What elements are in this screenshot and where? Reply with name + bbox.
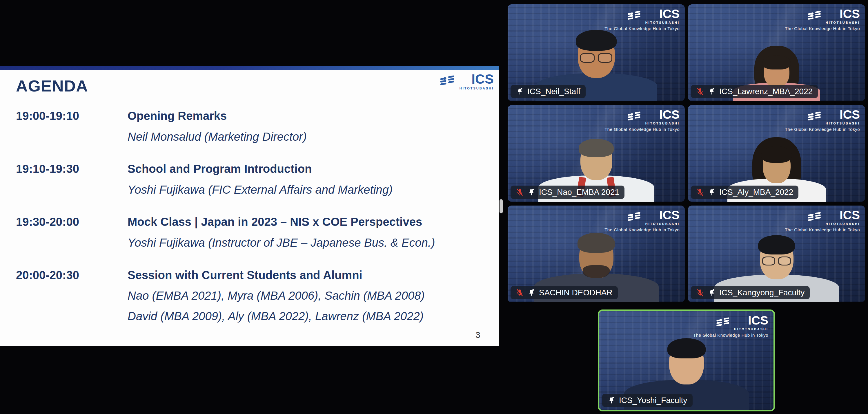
screen-share-slide: AGENDA ICS HITOTSUBASHI 19:00-19:10 Open…: [0, 70, 499, 346]
ics-logo-org: HITOTSUBASHI: [826, 21, 860, 24]
agenda-item-3-title: Mock Class | Japan in 2023 – NIS x COE P…: [128, 215, 422, 229]
agenda-item-2-title: School and Program Introduction: [128, 163, 312, 175]
agenda-item-3-time: 19:30-20:00: [16, 215, 79, 229]
ics-logo-mark-icon: [627, 10, 643, 22]
participant-name: ICS_Lawrenz_MBA_2022: [719, 87, 813, 96]
glasses: [762, 256, 791, 266]
agenda-item-4-title: Session with Current Students and Alumni: [128, 269, 362, 282]
agenda-item-1-title: Opening Remarks: [128, 109, 227, 123]
participant-name: ICS_Nao_EMBA 2021: [539, 187, 619, 197]
ics-logo-text: ICS: [748, 314, 768, 326]
participant-name: ICS_Aly_MBA_2022: [719, 187, 793, 197]
ics-logo-mark-icon: [808, 212, 823, 223]
muted-mic-icon: [516, 188, 524, 196]
participant-name: ICS_Yoshi_Faculty: [619, 396, 687, 405]
muted-mic-icon: [696, 188, 704, 196]
ics-logo-text: ICS: [840, 209, 860, 221]
agenda-item-1-time: 19:00-19:10: [16, 109, 79, 123]
pin-icon: [527, 289, 535, 297]
ics-logo-tile: ICSHITOTSUBASHI The Global Knowledge Hub…: [604, 209, 680, 232]
ics-logo-text: ICS: [840, 109, 860, 121]
video-tile-nao[interactable]: ICSHITOTSUBASHI The Global Knowledge Hub…: [508, 105, 685, 202]
muted-mic-icon: [516, 289, 524, 297]
participant-name: ICS_Neil_Staff: [527, 87, 580, 96]
ics-logo-mark-icon: [440, 75, 457, 88]
ics-logo-mark-icon: [808, 10, 823, 22]
ics-logo-org: HITOTSUBASHI: [645, 222, 680, 226]
agenda-item-2-time: 19:10-19:30: [16, 163, 79, 175]
participant-name-label: ICS_Lawrenz_MBA_2022: [691, 85, 818, 98]
video-tile-aly[interactable]: ICSHITOTSUBASHI The Global Knowledge Hub…: [688, 105, 865, 202]
participant-name-label: SACHIN DEODHAR: [510, 286, 618, 299]
video-tile-kangyong[interactable]: ICSHITOTSUBASHI The Global Knowledge Hub…: [688, 206, 865, 302]
participant-name: ICS_Kangyong_Faculty: [719, 288, 805, 297]
ics-logo-org: HITOTSUBASHI: [826, 122, 860, 125]
video-tile-sachin[interactable]: ICSHITOTSUBASHI The Global Knowledge Hub…: [508, 206, 685, 302]
ics-logo-tagline: The Global Knowledge Hub in Tokyo: [785, 227, 860, 232]
beard: [583, 265, 610, 278]
participant-name-label: ICS_Aly_MBA_2022: [691, 185, 799, 199]
video-tile-neil[interactable]: ICSHITOTSUBASHI The Global Knowledge Hub…: [508, 4, 685, 101]
participant-name-label: ICS_Kangyong_Faculty: [691, 286, 810, 299]
ics-logo-tagline: The Global Knowledge Hub in Tokyo: [604, 227, 680, 232]
ics-logo-text: ICS: [659, 209, 680, 221]
glasses: [580, 53, 612, 63]
agenda-item-2-speaker: Yoshi Fujikawa (FIC External Affairs and…: [128, 183, 393, 196]
agenda-item-3-speaker: Yoshi Fujikawa (Instructor of JBE – Japa…: [128, 236, 435, 249]
video-tile-lawrenz[interactable]: ICSHITOTSUBASHI The Global Knowledge Hub…: [688, 4, 865, 101]
ics-logo-tile: ICSHITOTSUBASHI The Global Knowledge Hub…: [785, 8, 860, 31]
ics-logo-text: ICS: [659, 8, 680, 20]
ics-logo-tagline: The Global Knowledge Hub in Tokyo: [604, 26, 680, 31]
ics-logo-mark-icon: [627, 111, 643, 123]
pin-icon: [516, 88, 524, 96]
ics-logo-org: HITOTSUBASHI: [826, 222, 860, 226]
pin-icon: [708, 289, 716, 297]
participant-name-label: ICS_Nao_EMBA 2021: [510, 185, 624, 199]
pin-icon: [608, 396, 616, 405]
slide-page-number: 3: [475, 330, 480, 340]
ics-logo-tagline: The Global Knowledge Hub in Tokyo: [604, 127, 680, 132]
participant-name: SACHIN DEODHAR: [539, 288, 613, 297]
ics-logo-tile: ICSHITOTSUBASHI The Global Knowledge Hub…: [604, 109, 680, 132]
muted-mic-icon: [696, 289, 704, 297]
agenda-item-4-time: 20:00-20:30: [16, 269, 79, 282]
slide-accent-bar: [0, 66, 499, 70]
ics-logo-tile: ICSHITOTSUBASHI The Global Knowledge Hub…: [785, 109, 860, 132]
ics-logo-mark-icon: [808, 111, 823, 123]
slide-title: AGENDA: [16, 76, 88, 95]
pin-icon: [527, 188, 535, 196]
muted-mic-icon: [696, 88, 704, 96]
ics-logo-org: HITOTSUBASHI: [645, 122, 680, 125]
ics-logo-org: HITOTSUBASHI: [460, 87, 494, 90]
agenda-item-4-speakers-line2: David (MBA 2009), Aly (MBA 2022), Lawren…: [128, 310, 424, 323]
ics-logo-text: ICS: [659, 109, 680, 121]
ics-logo-tagline: The Global Knowledge Hub in Tokyo: [785, 127, 860, 132]
scrollbar-thumb[interactable]: [499, 199, 503, 213]
pin-icon: [708, 188, 716, 196]
ics-logo-text: ICS: [840, 8, 860, 20]
ics-logo-tagline: The Global Knowledge Hub in Tokyo: [785, 26, 860, 31]
pin-icon: [708, 88, 716, 96]
participant-name-label: ICS_Neil_Staff: [510, 85, 586, 98]
ics-logo-tagline: The Global Knowledge Hub in Tokyo: [693, 333, 768, 338]
meeting-window: AGENDA ICS HITOTSUBASHI 19:00-19:10 Open…: [0, 0, 868, 414]
ics-logo-tile: ICSHITOTSUBASHI The Global Knowledge Hub…: [785, 209, 860, 232]
ics-logo-org: HITOTSUBASHI: [734, 328, 768, 331]
ics-logo-org: HITOTSUBASHI: [645, 21, 680, 24]
ics-logo-tile: ICSHITOTSUBASHI The Global Knowledge Hub…: [604, 8, 680, 31]
participant-name-label: ICS_Yoshi_Faculty: [602, 394, 692, 407]
video-tile-yoshi[interactable]: ICSHITOTSUBASHI The Global Knowledge Hub…: [598, 309, 775, 411]
ics-logo-mark-icon: [716, 317, 731, 329]
ics-logo-tile: ICSHITOTSUBASHI The Global Knowledge Hub…: [693, 314, 768, 338]
agenda-item-1-speaker: Neil Monsalud (Marketing Director): [128, 130, 307, 143]
agenda-item-4-speakers-line1: Nao (EMBA 2021), Myra (MBA 2006), Sachin…: [128, 289, 425, 302]
ics-logo-mark-icon: [627, 212, 643, 223]
ics-logo-text: ICS: [471, 72, 494, 86]
ics-logo-slide: ICS HITOTSUBASHI: [440, 72, 494, 90]
